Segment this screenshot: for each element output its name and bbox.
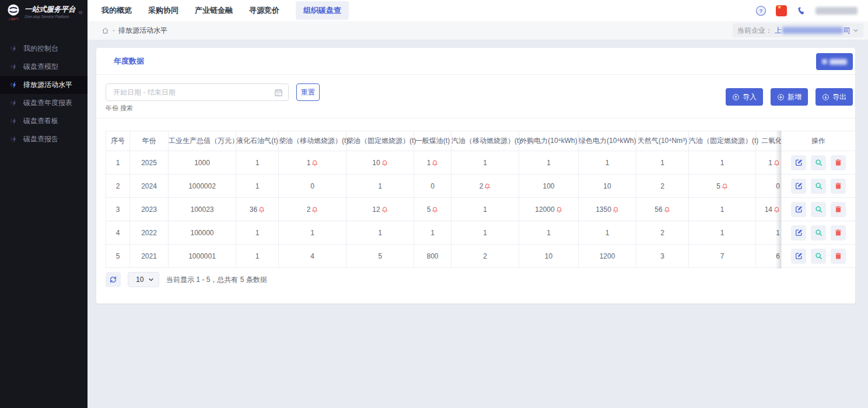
- sidebar-item-annual-report[interactable]: 碳盘查年度报表: [0, 94, 88, 112]
- cell-diesel-mobile: 2: [279, 198, 346, 221]
- cell-co2: 0: [756, 175, 782, 198]
- company-name: 上 司: [775, 26, 850, 36]
- delete-icon: [835, 159, 842, 166]
- cell-gasoline-fixed: 7: [689, 245, 756, 268]
- cell-year: 2024: [130, 175, 169, 198]
- redacted-label: [830, 59, 847, 65]
- table-row: 2202410000021010210010250: [106, 175, 856, 198]
- cell-year: 2021: [130, 245, 169, 268]
- reset-button[interactable]: 重置: [296, 83, 320, 101]
- cell-lpg: 1: [236, 175, 279, 198]
- sidebar-item-emission-activity[interactable]: 排放源活动水平: [0, 76, 88, 94]
- sidebar-item-label: 碳盘查年度报表: [23, 98, 72, 108]
- app-title: 一站式服务平台: [24, 5, 79, 15]
- edit-button[interactable]: [791, 249, 806, 264]
- sidebar-menu: 我的控制台 碳盘查模型 排放源活动水平 碳盘查年度报表 碳盘查看板 碳盘查报告: [0, 40, 88, 148]
- view-button[interactable]: [811, 249, 826, 264]
- language-flag-icon[interactable]: ★: [776, 5, 787, 16]
- tab-my-overview[interactable]: 我的概览: [102, 1, 132, 20]
- sidebar-item-my-console[interactable]: 我的控制台: [0, 40, 88, 58]
- alert-bell-icon: [722, 183, 728, 190]
- column-header-diesel-mobile: 柴油（移动燃烧源）(t): [279, 131, 346, 151]
- alert-bell-icon: [664, 206, 670, 213]
- cell-op: [782, 221, 856, 245]
- table-row: 32023100023362125112000135056114: [106, 198, 856, 221]
- company-label: 当前企业：: [737, 26, 772, 36]
- cell-purchased-power: 1: [519, 151, 579, 175]
- column-header-year: 年份: [130, 131, 169, 151]
- edit-button[interactable]: [791, 179, 806, 194]
- page-size-value: 10: [136, 276, 144, 284]
- sidebar-collapse-icon[interactable]: «: [79, 8, 83, 16]
- edit-button[interactable]: [791, 155, 806, 170]
- bolt-icon: [10, 99, 18, 107]
- export-button[interactable]: 导出: [816, 88, 853, 106]
- view-button[interactable]: [811, 179, 826, 194]
- cell-index: 1: [106, 151, 130, 175]
- view-icon: [815, 159, 822, 166]
- alert-bell-icon: [432, 206, 438, 213]
- calendar-icon[interactable]: [274, 88, 283, 99]
- current-company-selector[interactable]: 当前企业： 上 司: [733, 23, 863, 37]
- cell-diesel-fixed: 1: [346, 175, 414, 198]
- annual-data-card: 年度数据 重置 年份 搜索 导入 新增 导出 序号年份工业生产总值（万元）液: [96, 48, 855, 304]
- nav-tabs: 我的概览 采购协同 产业链金融 寻源竞价 组织碳盘查: [102, 1, 349, 20]
- svg-text:?: ?: [760, 7, 763, 13]
- delete-button[interactable]: [831, 202, 846, 217]
- plus-circle-icon: [777, 93, 785, 101]
- view-button[interactable]: [811, 202, 826, 217]
- column-header-lpg: 液化石油气(t): [236, 131, 279, 151]
- redacted-header-button[interactable]: [816, 53, 853, 70]
- sidebar: 上海电气 一站式服务平台 One-stop Service Platform «…: [0, 0, 88, 408]
- cell-green-power: 1: [579, 221, 636, 245]
- view-button[interactable]: [811, 155, 826, 170]
- page-size-select[interactable]: 10: [128, 272, 159, 287]
- column-header-gdp: 工业生产总值（万元）: [169, 131, 236, 151]
- cell-gdp: 100000: [169, 221, 236, 245]
- cell-kerosene: 1: [414, 151, 452, 175]
- tab-org-carbon-audit[interactable]: 组织碳盘查: [296, 1, 349, 20]
- username-redacted[interactable]: [816, 7, 858, 15]
- bolt-icon: [10, 81, 18, 89]
- column-header-index: 序号: [106, 131, 130, 151]
- tab-procurement[interactable]: 采购协同: [148, 1, 178, 20]
- tab-sourcing-bidding[interactable]: 寻源竞价: [249, 1, 279, 20]
- edit-button[interactable]: [791, 202, 806, 217]
- cell-op: [782, 151, 856, 175]
- table-action-buttons: 导入 新增 导出: [726, 88, 853, 106]
- cell-purchased-power: 100: [519, 175, 579, 198]
- delete-button[interactable]: [831, 179, 846, 194]
- redacted-icon: [822, 59, 827, 64]
- alert-bell-icon: [612, 206, 619, 213]
- edit-button[interactable]: [791, 225, 806, 240]
- refresh-icon: [109, 276, 117, 284]
- edit-icon: [795, 229, 803, 236]
- tab-supply-chain-finance[interactable]: 产业链金融: [195, 1, 233, 20]
- cell-gasoline-fixed: 5: [689, 175, 756, 198]
- cell-lpg: 1: [236, 245, 279, 268]
- cell-diesel-mobile: 4: [279, 245, 346, 268]
- import-button[interactable]: 导入: [726, 88, 763, 106]
- sidebar-item-dashboard[interactable]: 碳盘查看板: [0, 112, 88, 130]
- delete-button[interactable]: [831, 155, 846, 170]
- alert-bell-icon: [556, 206, 562, 213]
- delete-button[interactable]: [831, 249, 846, 264]
- app-logo: 上海电气: [6, 4, 21, 20]
- cell-co2: 1: [756, 221, 782, 245]
- sidebar-item-report[interactable]: 碳盘查报告: [0, 130, 88, 148]
- date-range-input[interactable]: [106, 84, 264, 100]
- cell-diesel-mobile: 1: [279, 151, 346, 175]
- pagination-summary: 当前显示 1 - 5，总共有 5 条数据: [166, 275, 267, 285]
- refresh-button[interactable]: [106, 272, 121, 287]
- phone-icon[interactable]: [796, 6, 806, 16]
- delete-button[interactable]: [831, 225, 846, 240]
- cell-diesel-fixed: 5: [346, 245, 414, 268]
- cell-year: 2022: [130, 221, 169, 245]
- sidebar-item-carbon-model[interactable]: 碳盘查模型: [0, 58, 88, 76]
- view-button[interactable]: [811, 225, 826, 240]
- help-icon[interactable]: ?: [755, 5, 766, 16]
- home-icon[interactable]: [102, 27, 109, 34]
- company-name-redacted: [782, 27, 843, 34]
- add-button[interactable]: 新增: [771, 88, 808, 106]
- bolt-icon: [10, 135, 18, 143]
